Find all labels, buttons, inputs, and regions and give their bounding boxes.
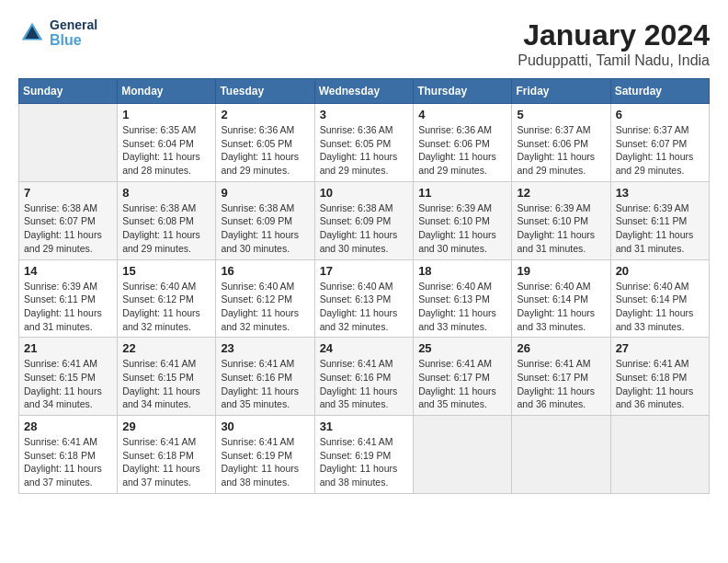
day-number: 9 (221, 186, 309, 200)
day-number: 2 (221, 108, 309, 121)
calendar-cell: 13Sunrise: 6:39 AMSunset: 6:11 PMDayligh… (610, 181, 709, 259)
day-number: 20 (616, 264, 704, 278)
logo-blue: Blue (50, 32, 97, 49)
calendar-cell (414, 416, 512, 494)
day-number: 1 (122, 108, 210, 121)
calendar-cell: 18Sunrise: 6:40 AMSunset: 6:13 PMDayligh… (414, 259, 512, 338)
calendar-week-4: 21Sunrise: 6:41 AMSunset: 6:15 PMDayligh… (19, 338, 710, 416)
calendar-cell: 16Sunrise: 6:40 AMSunset: 6:12 PMDayligh… (216, 259, 314, 338)
day-number: 7 (24, 186, 112, 200)
calendar-cell: 5Sunrise: 6:37 AMSunset: 6:06 PMDaylight… (512, 104, 610, 182)
calendar-cell: 1Sunrise: 6:35 AMSunset: 6:04 PMDaylight… (118, 104, 216, 182)
day-info: Sunrise: 6:40 AMSunset: 6:13 PMDaylight:… (320, 280, 409, 334)
calendar-body: 1Sunrise: 6:35 AMSunset: 6:04 PMDaylight… (19, 104, 710, 494)
header-day-thursday: Thursday (414, 79, 512, 104)
logo-general: General (50, 18, 97, 32)
day-info: Sunrise: 6:41 AMSunset: 6:18 PMDaylight:… (122, 435, 210, 489)
day-info: Sunrise: 6:40 AMSunset: 6:12 PMDaylight:… (221, 280, 309, 334)
calendar-week-2: 7Sunrise: 6:38 AMSunset: 6:07 PMDaylight… (19, 181, 710, 259)
calendar-cell: 24Sunrise: 6:41 AMSunset: 6:16 PMDayligh… (314, 338, 414, 416)
day-info: Sunrise: 6:41 AMSunset: 6:19 PMDaylight:… (320, 435, 409, 489)
header-day-monday: Monday (118, 79, 216, 104)
calendar-cell: 26Sunrise: 6:41 AMSunset: 6:17 PMDayligh… (512, 338, 610, 416)
day-number: 27 (616, 341, 704, 355)
day-number: 15 (122, 264, 210, 278)
page-header: General Blue January 2024 Puduppatti, Ta… (18, 18, 710, 69)
day-info: Sunrise: 6:41 AMSunset: 6:15 PMDaylight:… (24, 357, 112, 411)
logo-icon (18, 19, 46, 47)
day-info: Sunrise: 6:39 AMSunset: 6:10 PMDaylight:… (418, 201, 506, 256)
calendar-cell: 25Sunrise: 6:41 AMSunset: 6:17 PMDayligh… (414, 338, 512, 416)
day-info: Sunrise: 6:37 AMSunset: 6:06 PMDaylight:… (517, 123, 605, 178)
day-number: 12 (517, 186, 605, 200)
calendar-cell: 22Sunrise: 6:41 AMSunset: 6:15 PMDayligh… (118, 338, 216, 416)
day-info: Sunrise: 6:39 AMSunset: 6:11 PMDaylight:… (616, 201, 704, 256)
title-block: January 2024 Puduppatti, Tamil Nadu, Ind… (518, 18, 710, 69)
calendar-cell: 2Sunrise: 6:36 AMSunset: 6:05 PMDaylight… (216, 104, 314, 182)
day-number: 23 (221, 341, 309, 355)
calendar-cell: 14Sunrise: 6:39 AMSunset: 6:11 PMDayligh… (19, 259, 118, 338)
calendar-cell: 31Sunrise: 6:41 AMSunset: 6:19 PMDayligh… (314, 416, 414, 494)
calendar-cell (19, 104, 118, 182)
day-info: Sunrise: 6:35 AMSunset: 6:04 PMDaylight:… (122, 123, 210, 178)
day-number: 8 (122, 186, 210, 200)
day-number: 22 (122, 341, 210, 355)
day-info: Sunrise: 6:40 AMSunset: 6:14 PMDaylight:… (517, 280, 605, 334)
logo: General Blue (18, 18, 97, 49)
day-number: 17 (320, 264, 409, 278)
calendar-cell: 19Sunrise: 6:40 AMSunset: 6:14 PMDayligh… (512, 259, 610, 338)
calendar-cell: 27Sunrise: 6:41 AMSunset: 6:18 PMDayligh… (610, 338, 709, 416)
day-number: 28 (24, 419, 112, 433)
day-number: 14 (24, 264, 112, 278)
calendar-cell: 11Sunrise: 6:39 AMSunset: 6:10 PMDayligh… (414, 181, 512, 259)
day-info: Sunrise: 6:41 AMSunset: 6:16 PMDaylight:… (221, 357, 309, 411)
day-info: Sunrise: 6:41 AMSunset: 6:19 PMDaylight:… (221, 435, 309, 489)
calendar-cell: 4Sunrise: 6:36 AMSunset: 6:06 PMDaylight… (414, 104, 512, 182)
header-day-sunday: Sunday (19, 79, 118, 104)
day-number: 19 (517, 264, 605, 278)
day-info: Sunrise: 6:41 AMSunset: 6:15 PMDaylight:… (122, 357, 210, 411)
page-title: January 2024 (518, 18, 710, 52)
day-info: Sunrise: 6:41 AMSunset: 6:17 PMDaylight:… (517, 357, 605, 411)
day-number: 24 (320, 341, 409, 355)
calendar-cell: 8Sunrise: 6:38 AMSunset: 6:08 PMDaylight… (118, 181, 216, 259)
calendar-cell: 23Sunrise: 6:41 AMSunset: 6:16 PMDayligh… (216, 338, 314, 416)
day-number: 21 (24, 341, 112, 355)
day-info: Sunrise: 6:39 AMSunset: 6:11 PMDaylight:… (24, 280, 112, 334)
calendar-cell: 28Sunrise: 6:41 AMSunset: 6:18 PMDayligh… (19, 416, 118, 494)
logo-text: General Blue (50, 18, 97, 49)
day-info: Sunrise: 6:40 AMSunset: 6:12 PMDaylight:… (122, 280, 210, 334)
calendar-cell: 30Sunrise: 6:41 AMSunset: 6:19 PMDayligh… (216, 416, 314, 494)
calendar-week-3: 14Sunrise: 6:39 AMSunset: 6:11 PMDayligh… (19, 259, 710, 338)
calendar-week-5: 28Sunrise: 6:41 AMSunset: 6:18 PMDayligh… (19, 416, 710, 494)
day-info: Sunrise: 6:36 AMSunset: 6:06 PMDaylight:… (418, 123, 506, 178)
calendar-cell: 17Sunrise: 6:40 AMSunset: 6:13 PMDayligh… (314, 259, 414, 338)
calendar-cell (610, 416, 709, 494)
day-info: Sunrise: 6:36 AMSunset: 6:05 PMDaylight:… (320, 123, 409, 178)
calendar-cell: 29Sunrise: 6:41 AMSunset: 6:18 PMDayligh… (118, 416, 216, 494)
day-info: Sunrise: 6:38 AMSunset: 6:09 PMDaylight:… (221, 201, 309, 256)
day-info: Sunrise: 6:36 AMSunset: 6:05 PMDaylight:… (221, 123, 309, 178)
calendar-cell: 9Sunrise: 6:38 AMSunset: 6:09 PMDaylight… (216, 181, 314, 259)
calendar-table: SundayMondayTuesdayWednesdayThursdayFrid… (18, 78, 710, 494)
calendar-week-1: 1Sunrise: 6:35 AMSunset: 6:04 PMDaylight… (19, 104, 710, 182)
day-number: 11 (418, 186, 506, 200)
day-info: Sunrise: 6:41 AMSunset: 6:18 PMDaylight:… (24, 435, 112, 489)
calendar-cell: 20Sunrise: 6:40 AMSunset: 6:14 PMDayligh… (610, 259, 709, 338)
day-number: 10 (320, 186, 409, 200)
calendar-cell (512, 416, 610, 494)
day-info: Sunrise: 6:41 AMSunset: 6:18 PMDaylight:… (616, 357, 704, 411)
day-info: Sunrise: 6:37 AMSunset: 6:07 PMDaylight:… (616, 123, 704, 178)
calendar-header: SundayMondayTuesdayWednesdayThursdayFrid… (19, 79, 710, 104)
header-day-wednesday: Wednesday (314, 79, 414, 104)
day-info: Sunrise: 6:41 AMSunset: 6:17 PMDaylight:… (418, 357, 506, 411)
day-number: 30 (221, 419, 309, 433)
day-number: 31 (320, 419, 409, 433)
day-number: 25 (418, 341, 506, 355)
day-info: Sunrise: 6:41 AMSunset: 6:16 PMDaylight:… (320, 357, 409, 411)
calendar-cell: 10Sunrise: 6:38 AMSunset: 6:09 PMDayligh… (314, 181, 414, 259)
day-number: 5 (517, 108, 605, 121)
calendar-cell: 15Sunrise: 6:40 AMSunset: 6:12 PMDayligh… (118, 259, 216, 338)
day-info: Sunrise: 6:40 AMSunset: 6:14 PMDaylight:… (616, 280, 704, 334)
day-info: Sunrise: 6:38 AMSunset: 6:07 PMDaylight:… (24, 201, 112, 256)
